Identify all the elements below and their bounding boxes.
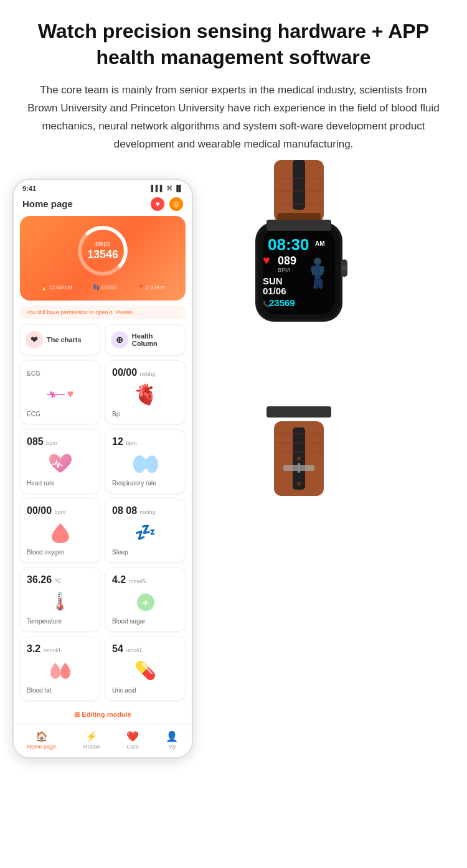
motion-icon: ⚡ (85, 730, 98, 742)
header-section: Watch precision sensing hardware + APP h… (0, 0, 467, 166)
steps-stat-km: 📍 2.31Km (138, 284, 165, 291)
steps-stat-steps: 👣 10000 (93, 284, 116, 291)
temperature-card[interactable]: 36.26 ℃ 🌡️ Temperature (20, 567, 100, 632)
respiratory-value: 12 bpm (112, 436, 179, 447)
ecg-label: ECG (27, 411, 93, 418)
phone-mockup: 9:41 ▌▌▌ ⌘ ▐▌ Home page ♥ ◎ steps 13546 (12, 179, 193, 758)
blood-oxygen-label: Blood oxygen (27, 549, 93, 556)
steps-stats: 🔥 1234Kcal 👣 10000 📍 2.31Km (30, 284, 176, 291)
svg-text:23569: 23569 (269, 297, 295, 308)
editing-module[interactable]: ⊞ Editing module (14, 706, 192, 724)
health-column-button[interactable]: ⊕ Health Column (105, 324, 186, 355)
bottom-nav-home-label: Home page (27, 744, 57, 750)
bp-card[interactable]: 00/00 mmhg 🫀 Bp (105, 360, 186, 424)
sleep-label: Sleep (112, 549, 179, 556)
signal-icon: ▌▌▌ (151, 185, 164, 192)
steps-ring: steps 13546 (78, 226, 128, 276)
steps-goal-value: 10000 (101, 284, 116, 291)
bp-label: Bp (112, 411, 179, 418)
nav-heart-icon[interactable]: ♥ (151, 197, 164, 211)
bottom-nav-my-label: My (168, 744, 176, 750)
page-title: Watch precision sensing hardware + APP h… (25, 19, 442, 70)
watch-svg: 08:30 AM ♥ 089 BPM SUN 01/06 📞 23569 (193, 160, 455, 508)
blood-oxygen-card[interactable]: 00/00 bpm Blood oxygen (20, 498, 100, 562)
blood-sugar-card[interactable]: 4.2 mmol/L + Blood sugar (105, 567, 186, 632)
uric-acid-label: Uric acid (112, 687, 179, 694)
bottom-nav-motion[interactable]: ⚡ Motion (83, 730, 100, 750)
nav-icons: ♥ ◎ (151, 197, 183, 211)
bottom-nav-motion-label: Motion (83, 744, 100, 750)
status-bar: 9:41 ▌▌▌ ⌘ ▐▌ (14, 180, 192, 195)
blood-oxygen-value: 00/00 bpm (27, 505, 93, 516)
status-icons: ▌▌▌ ⌘ ▐▌ (151, 185, 183, 192)
svg-point-28 (314, 258, 321, 265)
care-icon: ❤️ (126, 730, 139, 742)
permission-text: You still have permission to open it. Pl… (26, 309, 142, 315)
battery-icon: ▐▌ (174, 185, 183, 192)
bottom-nav-care[interactable]: ❤️ Care (126, 730, 139, 750)
location-icon: 📍 (138, 284, 144, 291)
ecg-value: ECG (27, 367, 93, 378)
heart-rate-label: Heart rate (27, 480, 93, 487)
svg-text:BPM: BPM (278, 267, 290, 273)
sleep-value: 08 08 mmhg (112, 505, 179, 516)
temperature-value: 36.26 ℃ (27, 574, 93, 586)
km-value: 2.31Km (146, 284, 165, 291)
sleep-card[interactable]: 08 08 mmhg 💤 Sleep (105, 498, 186, 562)
svg-text:01/06: 01/06 (263, 286, 286, 296)
fire-icon: 🔥 (40, 284, 47, 291)
respiratory-icon (132, 450, 159, 477)
heart-rate-card[interactable]: 085 bpm Heart rat (20, 429, 100, 493)
svg-rect-37 (298, 463, 300, 473)
blood-fat-label: Blood fat (27, 687, 93, 694)
steps-icon: 👣 (93, 284, 100, 291)
svg-text:089: 089 (278, 254, 296, 267)
steps-label: steps (87, 240, 118, 247)
svg-rect-33 (318, 279, 323, 289)
respiratory-card[interactable]: 12 bpm Respiratory rate (105, 429, 186, 493)
health-grid: ECG ♥ ECG 00/00 mmhg 🫀 (20, 360, 186, 701)
bottom-nav-care-label: Care (127, 744, 139, 750)
bp-value: 00/00 mmhg (112, 367, 179, 378)
steps-stat-kcal: 🔥 1234Kcal (40, 284, 72, 291)
heart-rate-icon (47, 450, 74, 477)
content-area: 9:41 ▌▌▌ ⌘ ▐▌ Home page ♥ ◎ steps 13546 (0, 166, 467, 771)
uric-acid-value: 54 umol/L (112, 643, 179, 655)
nav-title: Home page (22, 198, 73, 209)
svg-rect-32 (313, 279, 318, 289)
svg-rect-34 (267, 220, 331, 231)
respiratory-label: Respiratory rate (112, 480, 179, 487)
health-column-icon: ⊕ (111, 331, 128, 348)
svg-point-13 (297, 482, 301, 485)
bp-icon: 🫀 (132, 381, 159, 408)
permission-bar: You still have permission to open it. Pl… (20, 306, 186, 319)
bottom-nav-my[interactable]: 👤 My (166, 730, 178, 750)
uric-acid-card[interactable]: 54 umol/L 💊 Uric acid (105, 637, 186, 701)
charts-label: The charts (47, 336, 82, 343)
blood-oxygen-icon (47, 519, 74, 546)
nav-location-icon[interactable]: ◎ (169, 197, 183, 211)
bottom-nav-home[interactable]: 🏠 Home page (27, 730, 57, 750)
kcal-value: 1234Kcal (49, 284, 72, 291)
blood-fat-card[interactable]: 3.2 mmol/L Blood fat (20, 637, 100, 701)
home-icon: 🏠 (35, 730, 48, 742)
page-description: The core team is mainly from senior expe… (25, 82, 442, 154)
status-time: 9:41 (22, 185, 36, 192)
steps-value: 13546 (87, 248, 118, 261)
charts-button[interactable]: ❤ The charts (20, 324, 100, 355)
blood-fat-value: 3.2 mmol/L (27, 643, 93, 655)
nav-header: Home page ♥ ◎ (14, 195, 192, 216)
sleep-icon: 💤 (132, 519, 159, 546)
svg-rect-7 (293, 160, 305, 210)
ecg-icon: ♥ (47, 381, 74, 408)
svg-text:+: + (143, 597, 148, 608)
quick-actions: ❤ The charts ⊕ Health Column (20, 324, 186, 355)
charts-icon: ❤ (26, 331, 43, 348)
svg-text:SUN: SUN (263, 276, 283, 286)
svg-point-17 (342, 266, 347, 271)
ecg-card[interactable]: ECG ♥ ECG (20, 360, 100, 424)
watch-area: 08:30 AM ♥ 089 BPM SUN 01/06 📞 23569 (193, 160, 455, 483)
svg-rect-35 (267, 406, 331, 418)
health-column-label: Health Column (132, 332, 180, 347)
blood-sugar-icon: + (132, 588, 159, 615)
